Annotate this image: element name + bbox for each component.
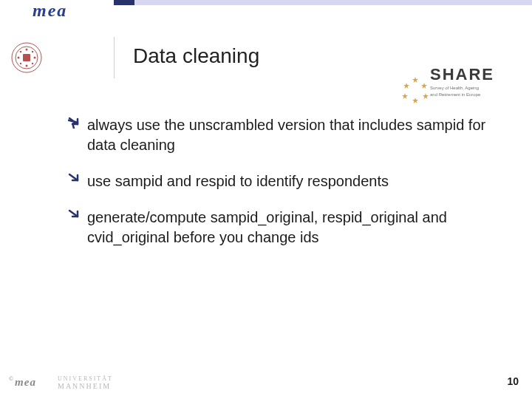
svg-marker-11 (412, 77, 418, 83)
list-item: use sampid and respid to identify respon… (68, 171, 488, 191)
footer: ©mea UNIVERSITÄT MANNHEIM 10 (0, 368, 532, 390)
seal-icon (10, 41, 43, 74)
bullet-arrow-icon (68, 173, 80, 185)
header-logo: mea (0, 0, 114, 24)
svg-point-3 (26, 49, 28, 51)
list-item: always use the unscrambled version that … (68, 115, 488, 155)
svg-point-10 (32, 63, 33, 64)
title-row: Data cleaning SHARE Survey of Health, Ag… (0, 35, 532, 84)
footer-uni-top: UNIVERSITÄT (58, 375, 113, 382)
page-title: Data cleaning (133, 44, 259, 68)
footer-mea-text: mea (15, 376, 36, 388)
share-word: SHARE (430, 65, 516, 84)
list-item: generate/compute sampid_original, respid… (68, 208, 488, 248)
footer-logo: ©mea (9, 375, 36, 389)
header-logo-text: mea (33, 1, 67, 21)
svg-point-6 (34, 57, 36, 59)
svg-point-9 (20, 63, 21, 64)
svg-marker-12 (403, 83, 409, 89)
share-subtitle-1: Survey of Health, Ageing (430, 86, 516, 91)
bullet-arrow-icon (68, 209, 80, 221)
svg-point-8 (32, 51, 33, 52)
footer-university: UNIVERSITÄT MANNHEIM (58, 375, 113, 390)
page-number: 10 (507, 375, 519, 387)
bullet-text: generate/compute sampid_original, respid… (87, 208, 488, 248)
slide: mea Data cleaning (0, 0, 532, 399)
svg-marker-13 (421, 83, 427, 89)
svg-marker-14 (402, 93, 408, 99)
accent-lavender (134, 0, 532, 5)
svg-marker-16 (412, 98, 418, 103)
accent-navy (114, 0, 134, 5)
bullet-text: use sampid and respid to identify respon… (87, 171, 389, 191)
footer-uni-bottom: MANNHEIM (58, 382, 113, 390)
svg-point-4 (26, 65, 28, 67)
bullet-arrow-icon (68, 117, 80, 129)
stars-icon (400, 75, 430, 105)
share-subtitle-2: and Retirement in Europe (430, 92, 516, 98)
svg-rect-2 (23, 54, 30, 61)
copyright-symbol: © (9, 375, 13, 382)
top-bar: mea (0, 0, 532, 24)
svg-marker-15 (423, 93, 429, 99)
svg-point-7 (20, 51, 21, 52)
svg-point-5 (18, 57, 20, 59)
share-logo: SHARE Survey of Health, Ageing and Retir… (405, 65, 516, 98)
bullet-text: always use the unscrambled version that … (87, 115, 488, 155)
title-divider (114, 37, 115, 78)
bullet-list: always use the unscrambled version that … (68, 115, 488, 264)
